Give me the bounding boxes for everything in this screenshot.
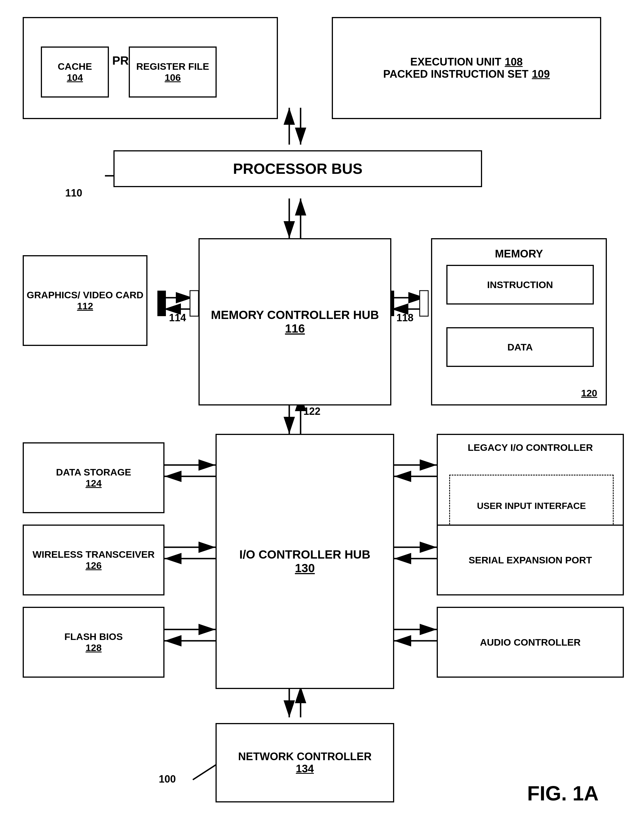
memory-instruction-box: INSTRUCTION [446, 265, 594, 305]
memory-label: MEMORY [432, 248, 606, 260]
wireless-label: WIRELESS TRANSCEIVER [33, 549, 155, 560]
flash-bios-label: FLASH BIOS [64, 631, 123, 642]
graphics-label: GRAPHICS/ VIDEO CARD [27, 289, 143, 300]
memory-instruction-label: INSTRUCTION [487, 279, 553, 291]
graphics-video-box: GRAPHICS/ VIDEO CARD 112 [23, 255, 148, 346]
wireless-num: 126 [85, 560, 102, 571]
cache-box: CACHE 104 [41, 46, 109, 97]
mch-box: MEMORY CONTROLLER HUB 116 [199, 238, 391, 406]
memory-outer-box: MEMORY INSTRUCTION DATA 120 [431, 238, 607, 406]
processor-bus-box: PROCESSOR BUS [113, 150, 482, 187]
mch-num: 116 [285, 322, 305, 335]
serial-expansion-label: SERIAL EXPANSION PORT [468, 555, 592, 566]
network-controller-label: NETWORK CONTROLLER [238, 750, 372, 763]
packed-instruction-num: 109 [532, 68, 550, 80]
register-file-label: REGISTER FILE [136, 61, 209, 72]
graphics-num: 112 [77, 300, 93, 312]
io-hub-num: 130 [295, 562, 315, 575]
cache-num: 104 [67, 72, 83, 83]
flash-bios-num: 128 [85, 642, 102, 653]
ref-122: 122 [304, 406, 320, 417]
cache-label: CACHE [58, 61, 92, 72]
processor-box: PROCESSOR 102 CACHE 104 REGISTER FILE 10… [23, 17, 278, 119]
execution-unit-label: EXECUTION UNIT [410, 56, 501, 68]
io-hub-box: I/O CONTROLLER HUB 130 [215, 434, 394, 689]
execution-unit-box: EXECUTION UNIT 108 PACKED INSTRUCTION SE… [332, 17, 601, 119]
memory-data-label: DATA [507, 342, 532, 353]
processor-bus-label: PROCESSOR BUS [233, 160, 363, 177]
ref-110: 110 [65, 187, 82, 199]
mch-label: MEMORY CONTROLLER HUB [211, 308, 379, 322]
svg-rect-12 [190, 291, 199, 316]
serial-expansion-box: SERIAL EXPANSION PORT [437, 525, 624, 596]
io-hub-label: I/O CONTROLLER HUB [239, 548, 370, 562]
data-storage-box: DATA STORAGE 124 [23, 442, 164, 513]
data-storage-num: 124 [85, 478, 102, 489]
fig-label: FIG. 1A [527, 782, 599, 805]
ref-114: 114 [169, 312, 186, 324]
register-file-box: REGISTER FILE 106 [129, 46, 217, 97]
execution-unit-num: 108 [505, 56, 522, 68]
svg-rect-16 [420, 291, 428, 316]
legacy-io-label: LEGACY I/O CONTROLLER [438, 442, 623, 453]
svg-rect-11 [158, 291, 166, 316]
ref-118: 118 [396, 312, 414, 324]
ref-100: 100 [159, 773, 176, 785]
audio-controller-label: AUDIO CONTROLLER [480, 637, 580, 648]
data-storage-label: DATA STORAGE [56, 467, 131, 478]
network-controller-box: NETWORK CONTROLLER 134 [215, 723, 394, 803]
user-input-label: USER INPUT INTERFACE [477, 501, 586, 511]
register-file-num: 106 [165, 72, 181, 83]
audio-controller-box: AUDIO CONTROLLER [437, 607, 624, 678]
memory-data-box: DATA [446, 327, 594, 367]
memory-num: 120 [581, 387, 597, 399]
flash-bios-box: FLASH BIOS 128 [23, 607, 164, 678]
wireless-transceiver-box: WIRELESS TRANSCEIVER 126 [23, 525, 164, 596]
network-controller-num: 134 [296, 763, 314, 775]
packed-instruction-label: PACKED INSTRUCTION SET [383, 68, 528, 80]
